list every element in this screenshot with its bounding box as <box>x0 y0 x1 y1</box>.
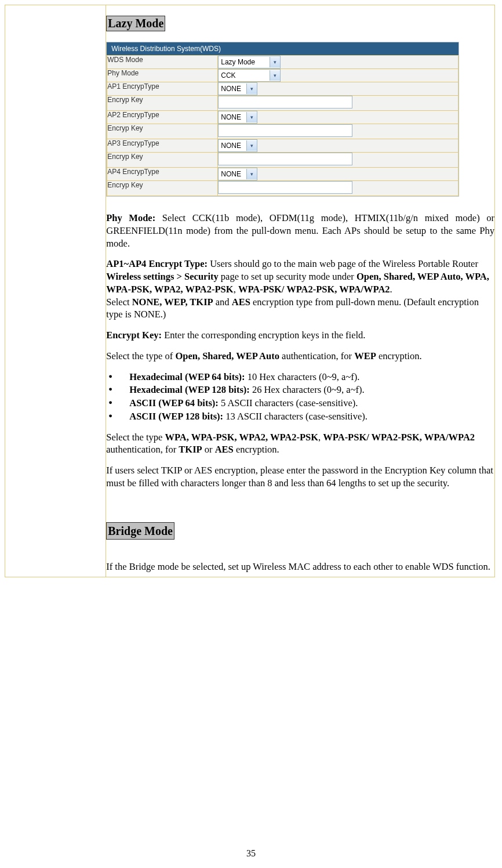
wep-select-paragraph: Select the type of Open, Shared, WEP Aut… <box>106 350 494 363</box>
ap-encrypt-paragraph: AP1~AP4 Encrypt Type: Users should go to… <box>106 258 494 321</box>
wds-form-table: WDS ModeLazy Mode▾Phy ModeCCK▾AP1 Encryp… <box>107 55 459 196</box>
wds-text-input[interactable] <box>218 181 352 194</box>
wds-row-value <box>218 96 459 111</box>
lazy-mode-heading: Lazy Mode <box>106 16 165 31</box>
page-number: 35 <box>0 848 502 859</box>
wds-panel-title: Wireless Distribution System(WDS) <box>107 42 459 55</box>
wds-select[interactable]: NONE▾ <box>218 168 257 180</box>
wds-select-value: NONE <box>221 113 243 121</box>
wds-row-value <box>218 124 459 139</box>
wds-row-value: Lazy Mode▾ <box>218 56 459 69</box>
wds-select[interactable]: CCK▾ <box>218 69 281 82</box>
wds-text-input[interactable] <box>218 124 352 137</box>
wds-row-label: Phy Mode <box>107 69 218 82</box>
wds-row-label: Encryp Key <box>107 181 218 196</box>
wds-select[interactable]: Lazy Mode▾ <box>218 56 281 68</box>
wds-select-value: NONE <box>221 85 243 93</box>
chevron-down-icon: ▾ <box>246 112 257 122</box>
ap-encrypt-label: AP1~AP4 Encrypt Type: <box>106 258 208 269</box>
tkip-aes-note: If users select TKIP or AES encryption, … <box>106 464 494 490</box>
chevron-down-icon: ▾ <box>246 140 257 151</box>
wds-row-label: AP1 EncrypType <box>107 82 218 96</box>
wds-row-label: AP4 EncrypType <box>107 168 218 181</box>
chevron-down-icon: ▾ <box>270 57 280 67</box>
list-item: Hexadecimal (WEP 128 bits): 26 Hex chara… <box>106 384 494 396</box>
wds-select-value: Lazy Mode <box>221 58 266 66</box>
phy-mode-label: Phy Mode: <box>106 212 155 223</box>
list-item: ASCII (WEP 64 bits): 5 ASCII characters … <box>106 397 494 410</box>
chevron-down-icon: ▾ <box>270 70 280 81</box>
wds-select-value: CCK <box>221 71 266 79</box>
wds-select-value: NONE <box>221 142 243 150</box>
encrypt-key-label: Encrypt Key: <box>106 330 162 341</box>
wpa-select-paragraph: Select the type WPA, WPA-PSK, WPA2, WPA2… <box>106 431 494 457</box>
wds-text-input[interactable] <box>218 96 352 108</box>
wds-select[interactable]: NONE▾ <box>218 82 257 95</box>
bridge-mode-paragraph: If the Bridge mode be selected, set up W… <box>106 560 494 573</box>
encrypt-key-paragraph: Encrypt Key: Enter the corresponding enc… <box>106 329 494 342</box>
wds-row-label: AP2 EncrypType <box>107 111 218 124</box>
wds-row-label: AP3 EncrypType <box>107 139 218 153</box>
wds-select[interactable]: NONE▾ <box>218 111 257 124</box>
wds-row-value: CCK▾ <box>218 69 459 82</box>
phy-mode-paragraph: Phy Mode: Select CCK(11b mode), OFDM(11g… <box>106 212 494 249</box>
wds-row-value <box>218 153 459 168</box>
wds-select-value: NONE <box>221 170 243 178</box>
wds-row-value: NONE▾ <box>218 111 459 124</box>
bridge-mode-heading: Bridge Mode <box>106 522 174 540</box>
wds-panel: Wireless Distribution System(WDS) WDS Mo… <box>106 42 459 197</box>
wds-row-label: Encryp Key <box>107 96 218 111</box>
wds-row-label: Encryp Key <box>107 124 218 139</box>
phy-mode-text: Select CCK(11b mode), OFDM(11g mode), HT… <box>106 212 494 249</box>
wep-options-list: Hexadecimal (WEP 64 bits): 10 Hex charac… <box>106 371 494 423</box>
chevron-down-icon: ▾ <box>246 84 257 94</box>
main-content: Lazy Mode Wireless Distribution System(W… <box>106 5 495 577</box>
wds-row-value: NONE▾ <box>218 82 459 96</box>
wds-row-value <box>218 181 459 196</box>
left-gutter <box>5 5 106 577</box>
wds-select[interactable]: NONE▾ <box>218 139 257 152</box>
wds-row-value: NONE▾ <box>218 168 459 181</box>
list-item: Hexadecimal (WEP 64 bits): 10 Hex charac… <box>106 371 494 384</box>
wds-row-value: NONE▾ <box>218 139 459 153</box>
content-table: Lazy Mode Wireless Distribution System(W… <box>5 5 495 577</box>
wds-row-label: Encryp Key <box>107 153 218 168</box>
wds-text-input[interactable] <box>218 153 352 165</box>
list-item: ASCII (WEP 128 bits): 13 ASCII character… <box>106 410 494 423</box>
wds-row-label: WDS Mode <box>107 56 218 69</box>
chevron-down-icon: ▾ <box>246 169 257 179</box>
body-text: Phy Mode: Select CCK(11b mode), OFDM(11g… <box>106 212 494 573</box>
